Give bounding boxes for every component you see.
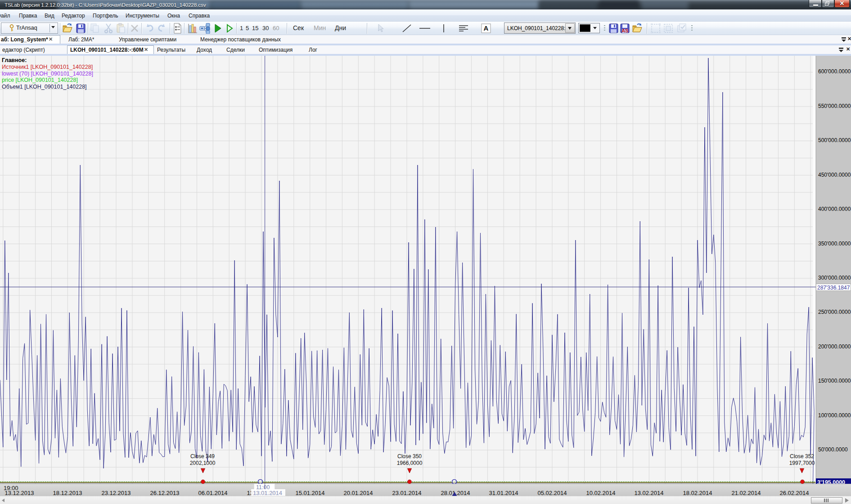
svg-text:A: A xyxy=(484,24,489,32)
svg-text:AS: AS xyxy=(621,28,628,33)
